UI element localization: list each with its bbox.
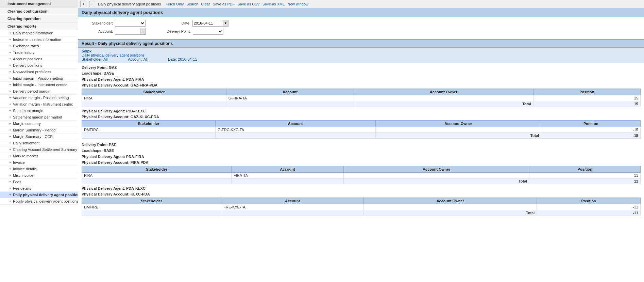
col-header-account: Account: [232, 166, 344, 173]
sidebar-item-non-realised-profitloss[interactable]: ✦Non-realised profit/loss: [0, 69, 78, 75]
total-label: Total: [364, 210, 537, 216]
total-value: 11: [529, 178, 641, 184]
sidebar-item-icon: ✦: [9, 44, 12, 48]
sidebar-item-trade-history[interactable]: ✦Trade history: [0, 49, 78, 56]
sidebar-item-delivery-positions[interactable]: ✦Delivery positions: [0, 62, 78, 69]
nav-back-button[interactable]: ‹: [80, 1, 86, 7]
account-input-group: …: [115, 28, 146, 35]
total-empty-2: [226, 101, 354, 107]
sidebar-item-icon: ✦: [9, 96, 12, 99]
new-window-link[interactable]: New window: [287, 2, 308, 6]
sidebar-item-instrument-series-information[interactable]: ✦Instrument series information: [0, 36, 78, 43]
sidebar-item-variation-margin-position-netting[interactable]: ✦Variation margin - Position netting: [0, 95, 78, 101]
sidebar-item-misc-invoice[interactable]: ✦Misc invoice: [0, 172, 78, 179]
sidebar-section-clearing-reports[interactable]: Clearing reports: [0, 22, 78, 30]
sidebar-item-icon: ✦: [9, 115, 12, 119]
col-header-account_owner: Account Owner: [364, 198, 537, 204]
sidebar-item-label: Invoice details: [13, 167, 37, 171]
sidebar-item-icon: ✦: [9, 70, 12, 74]
section-delivery-info: Delivery Point: GAZLoadshape: BASE: [82, 65, 641, 76]
sidebar-item-icon: ✦: [9, 64, 12, 67]
cell-stakeholder: FIRA: [82, 95, 226, 101]
total-row: Total15: [82, 101, 641, 107]
sidebar-item-initial-margin-instrument-centric[interactable]: ✦Initial margin - Instrument centric: [0, 82, 78, 88]
sidebar-item-label: Initial margin - Instrument centric: [13, 83, 67, 87]
report-title: Daily physical delivery agent positions: [82, 53, 641, 57]
sidebar-section-clearing-configuration[interactable]: Clearing configuration: [0, 7, 78, 15]
sidebar-item-icon: ✦: [9, 103, 12, 106]
sidebar-item-settlement-margin-per-market[interactable]: ✦Settlement margin per market: [0, 114, 78, 121]
save-xml-link[interactable]: Save as XML: [262, 2, 285, 6]
sidebar-item-label: Non-realised profit/loss: [13, 70, 51, 74]
search-link[interactable]: Search: [186, 2, 198, 6]
sidebar-item-label: Hourly physical delivery agent positions: [13, 199, 78, 203]
save-csv-link[interactable]: Save as CSV: [237, 2, 259, 6]
cell-owner: [364, 204, 537, 210]
account-browse-btn[interactable]: …: [140, 28, 146, 35]
report-system: polpx: [82, 49, 641, 53]
sidebar: Instrument managementClearing configurat…: [0, 0, 78, 282]
sidebar-item-invoice[interactable]: ✦Invoice: [0, 159, 78, 166]
delivery-point-select[interactable]: [193, 28, 223, 35]
sidebar-item-label: Invoice: [13, 160, 25, 164]
stakeholder-input-group: [115, 20, 146, 27]
sidebar-item-icon: ✦: [9, 77, 12, 80]
sidebar-item-clearing-account-settlement-summary[interactable]: ✦Clearing Account Settlement Summary: [0, 146, 78, 153]
sidebar-item-label: Settlement margin: [13, 109, 43, 113]
sidebar-item-hourly-physical-delivery-agent-positions[interactable]: ✦Hourly physical delivery agent position…: [0, 198, 78, 205]
delivery-point-label: Delivery Point:: [160, 29, 191, 33]
sidebar-item-margin-summary-ccp[interactable]: ✦Margin Summary - CCP: [0, 134, 78, 140]
agent-info: Physical Delivery Agent: PDA-FIRAPhysica…: [82, 154, 641, 165]
sidebar-item-icon: ✦: [9, 200, 12, 203]
sidebar-section-clearing-operation[interactable]: Clearing operation: [0, 15, 78, 22]
sidebar-item-label: Daily physical delivery agent positions: [13, 193, 78, 197]
clear-link[interactable]: Clear: [201, 2, 210, 6]
sidebar-item-fee-details[interactable]: ✦Fee details: [0, 185, 78, 192]
date-label: Date:: [160, 21, 190, 25]
col-header-account_owner: Account Owner: [344, 166, 529, 173]
sidebar-item-icon: ✦: [9, 135, 12, 138]
sidebar-item-icon: ✦: [9, 90, 12, 93]
col-header-position: Position: [533, 89, 640, 95]
sidebar-item-icon: ✦: [9, 161, 12, 164]
sidebar-item-margin-summary[interactable]: ✦Margin summary: [0, 121, 78, 127]
save-pdf-link[interactable]: Save as PDF: [213, 2, 235, 6]
cell-stakeholder: FIRA: [82, 173, 232, 178]
sidebar-item-icon: ✦: [9, 180, 12, 184]
sidebar-item-settlement-margin[interactable]: ✦Settlement margin: [0, 108, 78, 114]
sidebar-item-fees[interactable]: ✦Fees: [0, 179, 78, 185]
sidebar-item-label: Variation margin - Position netting: [13, 96, 69, 100]
sidebar-item-label: Fees: [13, 180, 21, 184]
stakeholder-select[interactable]: [115, 20, 146, 27]
sidebar-item-daily-settlement[interactable]: ✦Daily settlement: [0, 140, 78, 146]
total-empty-2: [221, 210, 364, 216]
sidebar-item-icon: ✦: [9, 122, 12, 125]
sidebar-item-exchange-rates[interactable]: ✦Exchange rates: [0, 43, 78, 49]
sidebar-item-label: Delivery period margin: [13, 89, 50, 93]
date-picker-btn[interactable]: ▼: [223, 20, 228, 27]
sidebar-item-icon: ✦: [9, 38, 12, 41]
sidebar-item-daily-market-information[interactable]: ✦Daily market information: [0, 30, 78, 36]
sidebar-item-daily-physical-delivery-agent-positions[interactable]: ✦Daily physical delivery agent positions: [0, 192, 78, 198]
col-header-stakeholder: Stakeholder: [82, 89, 226, 95]
sidebar-item-invoice-details[interactable]: ✦Invoice details: [0, 166, 78, 172]
sidebar-item-initial-margin-position-netting[interactable]: ✦Initial margin - Position netting: [0, 75, 78, 82]
sidebar-item-delivery-period-margin[interactable]: ✦Delivery period margin: [0, 88, 78, 95]
table-row: DMFIRCG-FRC-KXC-TA-15: [82, 127, 641, 133]
cell-owner: [354, 95, 533, 101]
sidebar-section-instrument-management[interactable]: Instrument management: [0, 0, 78, 7]
date-input[interactable]: [192, 20, 223, 27]
agent-table: StakeholderAccountAccount OwnerPositionF…: [82, 89, 641, 107]
report-info: polpx Daily physical delivery agent posi…: [78, 48, 644, 63]
agent-table: StakeholderAccountAccount OwnerPositionD…: [82, 198, 641, 216]
sidebar-item-variation-margin-instrument-centric[interactable]: ✦Variation margin - Instrument centric: [0, 101, 78, 108]
fetch-only-link[interactable]: Fetch Only: [166, 2, 184, 6]
sidebar-item-account-positions[interactable]: ✦Account positions: [0, 56, 78, 62]
account-input[interactable]: [115, 28, 140, 35]
sidebar-item-icon: ✦: [9, 148, 12, 151]
sidebar-item-mark-to-market[interactable]: ✦Mark to market: [0, 153, 78, 159]
result-header: Result - Daily physical delivery agent p…: [78, 39, 644, 48]
cell-account: FRE-KYE-TA: [221, 204, 364, 210]
sidebar-item-margin-summary-period[interactable]: ✦Margin Summary - Period: [0, 127, 78, 134]
nav-forward-button[interactable]: ›: [89, 1, 95, 7]
